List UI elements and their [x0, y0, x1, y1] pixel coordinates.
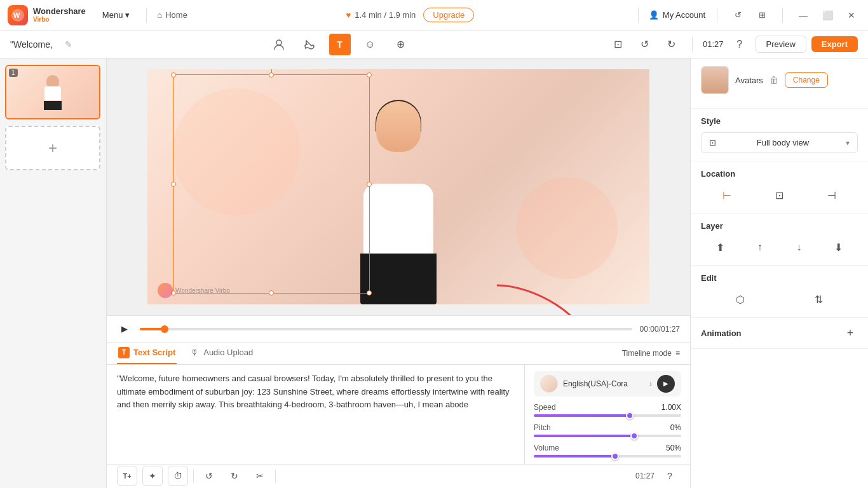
project-title[interactable]: "Welcome, [10, 39, 61, 50]
edit-section: Edit ⬡ ⇅ [691, 266, 868, 318]
play-button[interactable]: ▶ [117, 322, 132, 337]
grid-button[interactable]: ⊞ [753, 6, 771, 24]
layer-header: Layer [701, 221, 858, 231]
bt-redo-button[interactable]: ↻ [224, 466, 245, 486]
layer-title: Layer [701, 221, 723, 231]
align-right-button[interactable]: ⊣ [822, 185, 842, 205]
selection-handle-ml[interactable] [171, 182, 176, 187]
selection-handle-tl[interactable] [171, 72, 176, 78]
add-slide-button[interactable]: + [5, 126, 100, 170]
timeline-mode-toggle[interactable]: Timeline mode ≡ [622, 349, 680, 358]
divider-toolbar [692, 37, 693, 52]
divider-3 [717, 8, 717, 23]
progress-thumb[interactable] [161, 325, 168, 333]
tab-text-script[interactable]: T Text Script [117, 342, 177, 364]
speed-slider-track[interactable] [534, 414, 681, 417]
pitch-slider-thumb[interactable] [630, 432, 638, 440]
account-button[interactable]: 👤 My Account [649, 10, 705, 20]
brush-tool-button[interactable] [299, 34, 320, 55]
export-button[interactable]: Export [811, 36, 858, 52]
script-tabs: T Text Script 🎙 Audio Upload Timeline mo… [107, 342, 690, 365]
menu-button[interactable]: Menu ▾ [96, 8, 137, 22]
redo-button[interactable]: ↻ [660, 34, 682, 55]
script-area: T Text Script 🎙 Audio Upload Timeline mo… [107, 342, 690, 488]
align-center-button[interactable]: ⊡ [769, 185, 789, 205]
add-tool-button[interactable]: ⊕ [390, 34, 412, 55]
selection-handle-tm[interactable] [269, 72, 274, 78]
bt-undo-button[interactable]: ↺ [199, 466, 219, 486]
adjust-button[interactable]: ⇅ [808, 289, 829, 309]
tab-audio-upload[interactable]: 🎙 Audio Upload [189, 342, 254, 364]
bt-help-button[interactable]: ? [660, 466, 680, 486]
app-logo[interactable]: W Wondershare Virbo [8, 5, 86, 25]
minimize-button[interactable]: — [794, 6, 812, 24]
slide-avatar-skirt [44, 101, 62, 110]
timer-button[interactable]: ⏱ [168, 466, 188, 486]
progress-track[interactable] [140, 328, 632, 330]
add-animation-button[interactable]: + [843, 325, 858, 341]
home-button[interactable]: ⌂ Home [157, 10, 187, 20]
layer-buttons: ⬆ ↑ ↓ ⬇ [701, 237, 858, 257]
avatar-figure[interactable] [316, 88, 481, 304]
bring-front-button[interactable]: ⬆ [710, 237, 731, 257]
style-dropdown[interactable]: ⊡ Full body view ▾ [701, 132, 858, 153]
style-dropdown-value: Full body view [757, 138, 809, 147]
style-section: Style ⊡ Full body view ▾ [691, 109, 868, 161]
bg-shape-2 [516, 177, 618, 279]
voice-selector[interactable]: English(USA)-Cora › ▶ [534, 371, 681, 396]
text-tool-button[interactable]: T [329, 34, 351, 55]
volume-slider-thumb[interactable] [611, 452, 619, 460]
selection-handle-tr[interactable] [367, 72, 372, 78]
pitch-slider-track[interactable] [534, 435, 681, 437]
speed-label: Speed [534, 403, 556, 412]
pitch-slider-fill [534, 435, 634, 437]
sticker-tool-button[interactable]: ☺ [360, 34, 381, 55]
align-left-button[interactable]: ⊢ [717, 185, 737, 205]
speed-value: 1.00X [661, 403, 681, 412]
speed-slider-group: Speed 1.00X [534, 403, 681, 417]
volume-slider-group: Volume 50% [534, 444, 681, 458]
text-insert-button[interactable]: T+ [117, 466, 137, 486]
avatar-tool-button[interactable] [268, 34, 290, 55]
volume-slider-track[interactable] [534, 455, 681, 458]
script-text-content[interactable]: "Welcome, future homeowners and casual b… [107, 365, 525, 464]
speed-slider-thumb[interactable] [626, 412, 634, 419]
change-avatar-button[interactable]: Change [785, 72, 828, 88]
maximize-button[interactable]: ⬜ [818, 6, 836, 24]
app-name: Wondershare [33, 7, 86, 16]
selection-handle-bm[interactable] [269, 290, 274, 295]
watermark-text: Wondershare Virbo [175, 287, 230, 294]
history-button[interactable]: ↺ [729, 6, 747, 24]
help-button[interactable]: ? [729, 34, 750, 55]
preview-button[interactable]: Preview [756, 36, 806, 53]
close-button[interactable]: ✕ [843, 6, 860, 24]
slide-avatar-body [44, 86, 61, 100]
audio-tab-label: Audio Upload [203, 348, 253, 357]
upgrade-button[interactable]: Upgrade [423, 8, 474, 22]
send-back-button[interactable]: ⬇ [828, 237, 848, 257]
secondary-toolbar: "Welcome, ✎ T ☺ ⊕ ⊡ ↺ ↻ 01:27 ? Preview … [0, 30, 868, 58]
layer-section: Layer ⬆ ↑ ↓ ⬇ [691, 214, 868, 266]
bring-forward-button[interactable]: ↑ [750, 237, 770, 257]
bt-right: 01:27 ? [635, 466, 680, 486]
send-backward-button[interactable]: ↓ [789, 237, 809, 257]
bt-scissors-button[interactable]: ✂ [250, 466, 270, 486]
divider-1 [146, 8, 147, 23]
edit-title-icon[interactable]: ✎ [65, 39, 72, 50]
canvas-outer: Wondershare Virbo [147, 69, 649, 304]
voice-play-button[interactable]: ▶ [657, 375, 675, 393]
drawing-button[interactable]: ✦ [142, 466, 163, 486]
bottom-toolbar: T+ ✦ ⏱ ↺ ↻ ✂ 01:27 ? [107, 464, 690, 488]
slide-1[interactable]: 1 [5, 65, 100, 119]
topbar-right: 👤 My Account ↺ ⊞ — ⬜ ✕ [649, 6, 860, 24]
canvas-container[interactable]: Wondershare Virbo [107, 58, 690, 315]
fullscreen-button[interactable]: ⊡ [607, 34, 628, 55]
crop-button[interactable]: ⬡ [730, 289, 750, 309]
home-icon: ⌂ [157, 10, 162, 20]
voice-name: English(USA)-Cora [563, 379, 644, 388]
animation-title: Animation [701, 329, 742, 338]
topbar-center: ♥ 1.4 min / 1.9 min Upgrade [193, 8, 628, 22]
delete-avatar-button[interactable]: 🗑 [770, 75, 778, 85]
undo-button[interactable]: ↺ [634, 34, 655, 55]
product-name: Virbo [33, 16, 86, 23]
